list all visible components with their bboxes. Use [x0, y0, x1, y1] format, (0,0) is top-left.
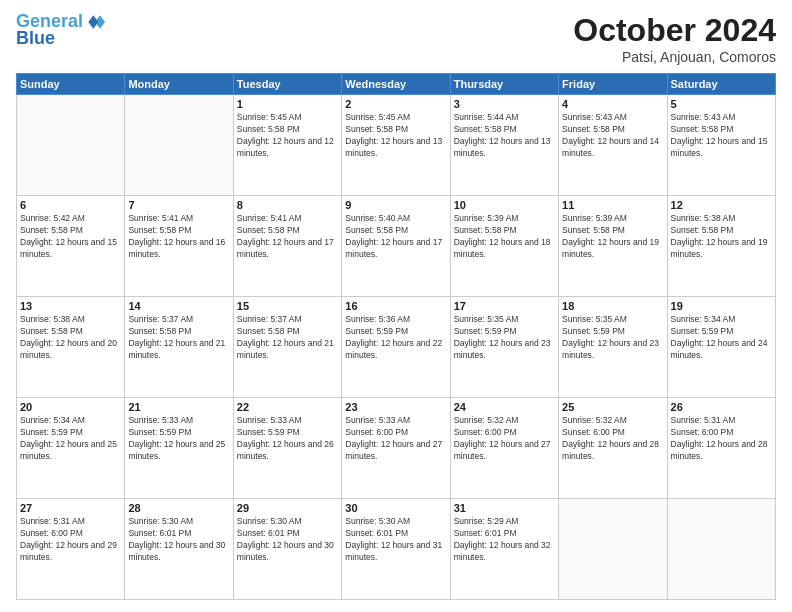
page: General Blue October 2024 Patsi, Anjouan…	[0, 0, 792, 612]
table-row: 5Sunrise: 5:43 AMSunset: 5:58 PMDaylight…	[667, 95, 775, 196]
table-row: 30Sunrise: 5:30 AMSunset: 6:01 PMDayligh…	[342, 499, 450, 600]
table-row: 10Sunrise: 5:39 AMSunset: 5:58 PMDayligh…	[450, 196, 558, 297]
day-info: Sunrise: 5:41 AMSunset: 5:58 PMDaylight:…	[128, 213, 229, 261]
day-number: 22	[237, 401, 338, 413]
day-number: 2	[345, 98, 446, 110]
day-info: Sunrise: 5:45 AMSunset: 5:58 PMDaylight:…	[345, 112, 446, 160]
table-row	[17, 95, 125, 196]
title-area: October 2024 Patsi, Anjouan, Comoros	[573, 12, 776, 65]
day-info: Sunrise: 5:42 AMSunset: 5:58 PMDaylight:…	[20, 213, 121, 261]
day-info: Sunrise: 5:34 AMSunset: 5:59 PMDaylight:…	[20, 415, 121, 463]
table-row: 31Sunrise: 5:29 AMSunset: 6:01 PMDayligh…	[450, 499, 558, 600]
table-row: 14Sunrise: 5:37 AMSunset: 5:58 PMDayligh…	[125, 297, 233, 398]
day-number: 10	[454, 199, 555, 211]
table-row: 26Sunrise: 5:31 AMSunset: 6:00 PMDayligh…	[667, 398, 775, 499]
day-number: 23	[345, 401, 446, 413]
day-info: Sunrise: 5:43 AMSunset: 5:58 PMDaylight:…	[562, 112, 663, 160]
day-number: 3	[454, 98, 555, 110]
table-row: 21Sunrise: 5:33 AMSunset: 5:59 PMDayligh…	[125, 398, 233, 499]
calendar-week-row: 1Sunrise: 5:45 AMSunset: 5:58 PMDaylight…	[17, 95, 776, 196]
calendar-week-row: 27Sunrise: 5:31 AMSunset: 6:00 PMDayligh…	[17, 499, 776, 600]
header-thursday: Thursday	[450, 74, 558, 95]
day-info: Sunrise: 5:45 AMSunset: 5:58 PMDaylight:…	[237, 112, 338, 160]
table-row: 7Sunrise: 5:41 AMSunset: 5:58 PMDaylight…	[125, 196, 233, 297]
day-info: Sunrise: 5:31 AMSunset: 6:00 PMDaylight:…	[20, 516, 121, 564]
day-info: Sunrise: 5:35 AMSunset: 5:59 PMDaylight:…	[562, 314, 663, 362]
logo-icon	[85, 12, 105, 32]
day-number: 13	[20, 300, 121, 312]
table-row	[559, 499, 667, 600]
day-number: 24	[454, 401, 555, 413]
day-info: Sunrise: 5:41 AMSunset: 5:58 PMDaylight:…	[237, 213, 338, 261]
day-number: 1	[237, 98, 338, 110]
day-number: 9	[345, 199, 446, 211]
table-row: 8Sunrise: 5:41 AMSunset: 5:58 PMDaylight…	[233, 196, 341, 297]
day-info: Sunrise: 5:39 AMSunset: 5:58 PMDaylight:…	[454, 213, 555, 261]
table-row: 25Sunrise: 5:32 AMSunset: 6:00 PMDayligh…	[559, 398, 667, 499]
day-info: Sunrise: 5:37 AMSunset: 5:58 PMDaylight:…	[237, 314, 338, 362]
day-number: 15	[237, 300, 338, 312]
day-info: Sunrise: 5:38 AMSunset: 5:58 PMDaylight:…	[20, 314, 121, 362]
table-row: 13Sunrise: 5:38 AMSunset: 5:58 PMDayligh…	[17, 297, 125, 398]
day-info: Sunrise: 5:35 AMSunset: 5:59 PMDaylight:…	[454, 314, 555, 362]
table-row	[667, 499, 775, 600]
header-tuesday: Tuesday	[233, 74, 341, 95]
calendar-table: Sunday Monday Tuesday Wednesday Thursday…	[16, 73, 776, 600]
header-wednesday: Wednesday	[342, 74, 450, 95]
day-number: 8	[237, 199, 338, 211]
day-number: 25	[562, 401, 663, 413]
day-info: Sunrise: 5:30 AMSunset: 6:01 PMDaylight:…	[237, 516, 338, 564]
day-info: Sunrise: 5:30 AMSunset: 6:01 PMDaylight:…	[128, 516, 229, 564]
table-row: 22Sunrise: 5:33 AMSunset: 5:59 PMDayligh…	[233, 398, 341, 499]
table-row: 29Sunrise: 5:30 AMSunset: 6:01 PMDayligh…	[233, 499, 341, 600]
day-number: 4	[562, 98, 663, 110]
day-info: Sunrise: 5:37 AMSunset: 5:58 PMDaylight:…	[128, 314, 229, 362]
day-info: Sunrise: 5:33 AMSunset: 5:59 PMDaylight:…	[237, 415, 338, 463]
day-number: 16	[345, 300, 446, 312]
day-info: Sunrise: 5:32 AMSunset: 6:00 PMDaylight:…	[562, 415, 663, 463]
table-row: 2Sunrise: 5:45 AMSunset: 5:58 PMDaylight…	[342, 95, 450, 196]
table-row: 18Sunrise: 5:35 AMSunset: 5:59 PMDayligh…	[559, 297, 667, 398]
day-number: 11	[562, 199, 663, 211]
day-number: 21	[128, 401, 229, 413]
header-sunday: Sunday	[17, 74, 125, 95]
table-row: 9Sunrise: 5:40 AMSunset: 5:58 PMDaylight…	[342, 196, 450, 297]
day-number: 18	[562, 300, 663, 312]
table-row: 24Sunrise: 5:32 AMSunset: 6:00 PMDayligh…	[450, 398, 558, 499]
day-info: Sunrise: 5:33 AMSunset: 5:59 PMDaylight:…	[128, 415, 229, 463]
day-number: 17	[454, 300, 555, 312]
table-row: 6Sunrise: 5:42 AMSunset: 5:58 PMDaylight…	[17, 196, 125, 297]
day-number: 19	[671, 300, 772, 312]
day-info: Sunrise: 5:32 AMSunset: 6:00 PMDaylight:…	[454, 415, 555, 463]
table-row: 12Sunrise: 5:38 AMSunset: 5:58 PMDayligh…	[667, 196, 775, 297]
calendar-week-row: 13Sunrise: 5:38 AMSunset: 5:58 PMDayligh…	[17, 297, 776, 398]
day-number: 30	[345, 502, 446, 514]
table-row: 3Sunrise: 5:44 AMSunset: 5:58 PMDaylight…	[450, 95, 558, 196]
day-info: Sunrise: 5:31 AMSunset: 6:00 PMDaylight:…	[671, 415, 772, 463]
day-number: 31	[454, 502, 555, 514]
calendar-header-row: Sunday Monday Tuesday Wednesday Thursday…	[17, 74, 776, 95]
day-number: 6	[20, 199, 121, 211]
table-row: 19Sunrise: 5:34 AMSunset: 5:59 PMDayligh…	[667, 297, 775, 398]
calendar-week-row: 6Sunrise: 5:42 AMSunset: 5:58 PMDaylight…	[17, 196, 776, 297]
day-info: Sunrise: 5:40 AMSunset: 5:58 PMDaylight:…	[345, 213, 446, 261]
day-number: 26	[671, 401, 772, 413]
day-info: Sunrise: 5:33 AMSunset: 6:00 PMDaylight:…	[345, 415, 446, 463]
location: Patsi, Anjouan, Comoros	[573, 49, 776, 65]
day-info: Sunrise: 5:30 AMSunset: 6:01 PMDaylight:…	[345, 516, 446, 564]
header-monday: Monday	[125, 74, 233, 95]
header-friday: Friday	[559, 74, 667, 95]
day-info: Sunrise: 5:38 AMSunset: 5:58 PMDaylight:…	[671, 213, 772, 261]
day-number: 27	[20, 502, 121, 514]
day-info: Sunrise: 5:44 AMSunset: 5:58 PMDaylight:…	[454, 112, 555, 160]
table-row: 11Sunrise: 5:39 AMSunset: 5:58 PMDayligh…	[559, 196, 667, 297]
day-number: 12	[671, 199, 772, 211]
header-saturday: Saturday	[667, 74, 775, 95]
calendar-week-row: 20Sunrise: 5:34 AMSunset: 5:59 PMDayligh…	[17, 398, 776, 499]
day-number: 7	[128, 199, 229, 211]
month-title: October 2024	[573, 12, 776, 49]
table-row: 17Sunrise: 5:35 AMSunset: 5:59 PMDayligh…	[450, 297, 558, 398]
table-row: 16Sunrise: 5:36 AMSunset: 5:59 PMDayligh…	[342, 297, 450, 398]
header: General Blue October 2024 Patsi, Anjouan…	[16, 12, 776, 65]
table-row: 27Sunrise: 5:31 AMSunset: 6:00 PMDayligh…	[17, 499, 125, 600]
